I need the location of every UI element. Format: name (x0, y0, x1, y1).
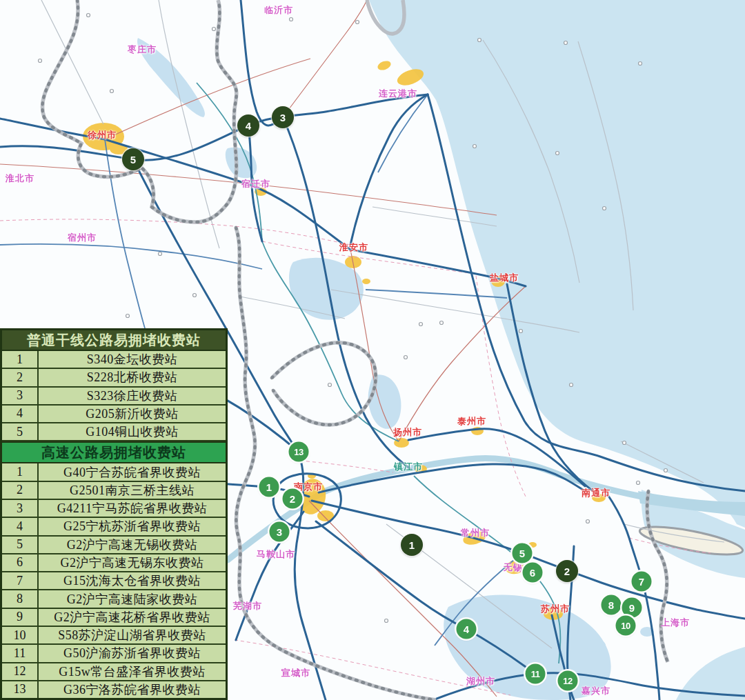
marker-expwy-7: 7 (632, 572, 652, 592)
city-label-huaian: 淮安市 (339, 243, 368, 252)
row-number: 3 (2, 500, 39, 517)
row-number: 12 (2, 663, 39, 680)
city-label-shanghai: 上海市 (661, 618, 690, 627)
city-label-suzhou-anhui: 宿州市 (68, 233, 97, 242)
city-label-zaozhuang: 枣庄市 (128, 45, 157, 54)
legend-row: 4 G205新沂收费站 (2, 406, 226, 423)
city-label-wuhu: 芜湖市 (233, 601, 262, 610)
legend-row: 2 G2501南京三桥主线站 (2, 482, 226, 500)
city-label-nantong: 南通市 (582, 488, 610, 497)
city-label-xuzhou: 徐州市 (88, 130, 117, 139)
legend-row: 1 G40宁合苏皖省界收费站 (2, 463, 226, 481)
marker-expwy-8: 8 (602, 595, 622, 615)
row-label: G2501南京三桥主线站 (39, 482, 226, 499)
legend-row: 10 S58苏沪淀山湖省界收费站 (2, 627, 226, 645)
row-label: S58苏沪淀山湖省界收费站 (39, 627, 226, 643)
city-label-yancheng: 盐城市 (490, 273, 519, 282)
expressway-section-header: 高速公路易拥堵收费站 (2, 441, 226, 463)
city-label-jiaxing: 嘉兴市 (582, 686, 610, 695)
row-label: S323徐庄收费站 (39, 388, 226, 404)
row-label: G40宁合苏皖省界收费站 (39, 463, 226, 480)
legend-row: 8 G2沪宁高速陆家收费站 (2, 590, 226, 608)
marker-expwy-12: 12 (558, 671, 578, 691)
city-label-xuancheng: 宣城市 (281, 668, 310, 677)
legend-row: 6 G2沪宁高速无锡东收费站 (2, 554, 226, 572)
row-number: 7 (2, 572, 39, 589)
row-number: 5 (2, 423, 39, 440)
marker-expwy-13: 13 (289, 442, 309, 462)
legend-table: 普通干线公路易拥堵收费站 1 S340金坛收费站 2 S228北桥收费站 3 S… (0, 328, 228, 700)
row-number: 11 (2, 645, 39, 661)
marker-trunk-4: 4 (237, 114, 259, 137)
marker-expwy-2: 2 (283, 489, 303, 509)
row-number: 6 (2, 554, 39, 571)
city-label-suqian: 宿迁市 (241, 179, 270, 188)
legend-row: 5 G2沪宁高速无锡收费站 (2, 537, 226, 554)
row-number: 1 (2, 351, 39, 368)
row-label: G2沪宁高速无锡收费站 (39, 537, 226, 553)
row-label: G15沈海太仓省界收费站 (39, 572, 226, 589)
city-label-huzhou: 湖州市 (466, 677, 495, 686)
marker-expwy-10: 10 (616, 616, 636, 636)
legend-row: 11 G50沪渝苏浙省界收费站 (2, 645, 226, 663)
city-label-nanjing: 南京市 (294, 482, 323, 491)
row-number: 9 (2, 609, 39, 626)
marker-trunk-5: 5 (122, 148, 144, 170)
trunk-section-header: 普通干线公路易拥堵收费站 (2, 330, 226, 351)
row-number: 2 (2, 369, 39, 386)
row-label: G2沪宁高速花桥省界收费站 (39, 609, 226, 626)
row-label: G4211宁马苏皖省界收费站 (39, 500, 226, 517)
city-label-taizhou: 泰州市 (457, 417, 486, 426)
legend-row: 12 G15w常台盛泽省界收费站 (2, 663, 226, 681)
row-label: G25宁杭苏浙省界收费站 (39, 518, 226, 534)
city-label-zhenjiang: 镇江市 (394, 462, 423, 471)
city-label-suzhou: 苏州市 (541, 604, 570, 613)
legend-row: 4 G25宁杭苏浙省界收费站 (2, 518, 226, 536)
row-label: S340金坛收费站 (39, 351, 226, 368)
row-label: G36宁洛苏皖省界收费站 (39, 681, 226, 698)
row-number: 13 (2, 681, 39, 698)
row-number: 4 (2, 518, 39, 534)
row-number: 1 (2, 463, 39, 480)
legend-row: 5 G104铜山收费站 (2, 423, 226, 441)
city-label-huaibei: 淮北市 (6, 174, 34, 183)
row-number: 3 (2, 388, 39, 404)
legend-row: 9 G2沪宁高速花桥省界收费站 (2, 609, 226, 627)
city-label-yangzhou: 扬州市 (393, 428, 422, 437)
marker-expwy-4: 4 (457, 619, 477, 639)
legend-row: 3 G4211宁马苏皖省界收费站 (2, 500, 226, 518)
marker-expwy-5: 5 (513, 543, 533, 563)
legend-row: 1 S340金坛收费站 (2, 351, 226, 369)
city-label-maanshan: 马鞍山市 (257, 550, 295, 559)
row-label: G50沪渝苏浙省界收费站 (39, 645, 226, 661)
city-label-changzhou: 常州市 (461, 528, 490, 537)
marker-expwy-1: 1 (259, 477, 279, 497)
marker-trunk-2: 2 (556, 560, 578, 582)
legend-row: 13 G36宁洛苏皖省界收费站 (2, 681, 226, 698)
sea-shapes (369, 0, 745, 700)
marker-expwy-3: 3 (270, 522, 290, 542)
row-number: 8 (2, 590, 39, 607)
city-label-linyi: 临沂市 (264, 6, 293, 14)
marker-trunk-3: 3 (272, 106, 294, 128)
marker-expwy-6: 6 (523, 563, 543, 583)
marker-trunk-1: 1 (401, 534, 423, 556)
row-label: G205新沂收费站 (39, 406, 226, 422)
row-label: G15w常台盛泽省界收费站 (39, 663, 226, 680)
map: 临沂市 枣庄市 连云港市 徐州市 淮北市 宿州市 宿迁市 淮安市 盐城市 扬州市… (0, 0, 745, 700)
legend-row: 2 S228北桥收费站 (2, 369, 226, 387)
row-number: 4 (2, 406, 39, 422)
row-label: S228北桥收费站 (39, 369, 226, 386)
legend-row: 7 G15沈海太仓省界收费站 (2, 572, 226, 590)
row-number: 2 (2, 482, 39, 499)
row-number: 10 (2, 627, 39, 643)
city-label-lianyungang: 连云港市 (379, 89, 417, 98)
row-label: G2沪宁高速无锡东收费站 (39, 554, 226, 571)
row-number: 5 (2, 537, 39, 553)
row-label: G2沪宁高速陆家收费站 (39, 590, 226, 607)
row-label: G104铜山收费站 (39, 423, 226, 440)
marker-expwy-9: 9 (622, 598, 642, 618)
marker-expwy-11: 11 (526, 664, 546, 684)
legend-row: 3 S323徐庄收费站 (2, 388, 226, 406)
